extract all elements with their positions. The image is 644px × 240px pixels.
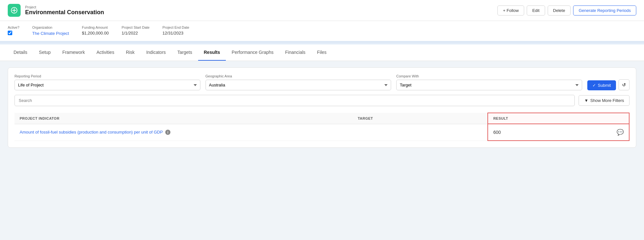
funding-field: Funding Amount $1,200,000.00 — [82, 25, 109, 35]
submit-label: Submit — [598, 83, 611, 88]
tab-setup[interactable]: Setup — [33, 45, 57, 61]
tabs-nav: Details Setup Framework Activities Risk … — [0, 45, 644, 61]
project-label: Project — [25, 5, 104, 9]
reporting-period-select[interactable]: Life of Project Q1 2022 Q2 2022 Q3 2022 … — [14, 80, 200, 90]
tab-performance-graphs[interactable]: Performance Graphs — [226, 45, 279, 61]
indicator-link[interactable]: Amount of fossil-fuel subsidies (product… — [20, 130, 163, 135]
search-input[interactable] — [14, 95, 575, 106]
table-header-row: PROJECT INDICATOR TARGET RESULT — [14, 113, 629, 124]
start-date-field: Project Start Date 1/1/2022 — [121, 25, 149, 35]
reporting-period-label: Reporting Period — [14, 74, 200, 78]
submit-button[interactable]: ✓ Submit — [587, 80, 616, 90]
comment-icon[interactable]: 💬 — [617, 129, 624, 136]
end-date-field: Project End Date 12/31/2023 — [162, 25, 189, 35]
active-checkbox[interactable] — [8, 31, 12, 35]
page-header: Project Environmental Conservation + Fol… — [0, 0, 644, 21]
tab-risk[interactable]: Risk — [120, 45, 140, 61]
active-checkbox-wrap — [8, 31, 19, 35]
show-more-filters-button[interactable]: ▼ Show More Filters — [579, 95, 630, 106]
col-header-target: TARGET — [352, 113, 488, 124]
start-date-value: 1/1/2022 — [121, 31, 149, 35]
result-number: 600 — [493, 130, 501, 135]
project-title-block: Project Environmental Conservation — [25, 5, 104, 16]
tab-targets[interactable]: Targets — [172, 45, 198, 61]
tab-financials[interactable]: Financials — [279, 45, 311, 61]
info-icon[interactable]: i — [165, 130, 170, 135]
geographic-area-label: Geographic Area — [206, 74, 391, 78]
org-field: Organization The Climate Project — [32, 25, 69, 36]
tab-files[interactable]: Files — [311, 45, 332, 61]
tab-results[interactable]: Results — [198, 45, 226, 61]
table-row: Amount of fossil-fuel subsidies (product… — [14, 124, 629, 141]
search-input-wrap — [14, 95, 575, 106]
generate-reporting-periods-button[interactable]: Generate Reporting Periods — [573, 5, 636, 15]
filter-funnel-icon: ▼ — [584, 98, 588, 103]
delete-button[interactable]: Delete — [548, 5, 571, 15]
tab-framework[interactable]: Framework — [56, 45, 91, 61]
col-header-result: RESULT — [488, 113, 629, 124]
meta-bar: Active? Organization The Climate Project… — [0, 21, 644, 42]
geographic-area-select[interactable]: Australia Global Asia Pacific Europe — [206, 80, 391, 90]
header-left: Project Environmental Conservation — [8, 4, 104, 17]
funding-value: $1,200,000.00 — [82, 31, 109, 35]
refresh-button[interactable]: ↺ — [619, 79, 630, 90]
target-cell — [352, 124, 488, 141]
project-title: Environmental Conservation — [25, 9, 104, 16]
end-date-label: Project End Date — [162, 25, 189, 29]
org-label: Organization — [32, 25, 69, 29]
edit-button[interactable]: Edit — [527, 5, 545, 15]
follow-button[interactable]: + Follow — [497, 5, 524, 15]
search-row: ▼ Show More Filters — [14, 95, 630, 106]
reporting-period-group: Reporting Period Life of Project Q1 2022… — [14, 74, 200, 90]
result-cell: 600 💬 — [488, 124, 629, 141]
compare-with-group: Compare With Target Baseline Previous Pe… — [396, 74, 582, 90]
org-link[interactable]: The Climate Project — [32, 31, 69, 36]
filter-actions: ✓ Submit ↺ — [587, 79, 630, 90]
project-icon — [8, 4, 21, 17]
wavy-divider — [0, 42, 644, 45]
header-actions: + Follow Edit Delete Generate Reporting … — [497, 5, 636, 15]
results-card: Reporting Period Life of Project Q1 2022… — [8, 67, 636, 148]
end-date-value: 12/31/2023 — [162, 31, 189, 35]
col-header-indicator: PROJECT INDICATOR — [14, 113, 352, 124]
tab-indicators[interactable]: Indicators — [140, 45, 172, 61]
main-content: Reporting Period Life of Project Q1 2022… — [0, 61, 644, 190]
geographic-area-group: Geographic Area Australia Global Asia Pa… — [206, 74, 391, 90]
funding-label: Funding Amount — [82, 25, 109, 29]
compare-with-select[interactable]: Target Baseline Previous Period — [396, 80, 582, 90]
filters-row: Reporting Period Life of Project Q1 2022… — [14, 74, 630, 90]
results-table: PROJECT INDICATOR TARGET RESULT Amount o… — [14, 113, 630, 141]
compare-with-label: Compare With — [396, 74, 582, 78]
indicator-cell: Amount of fossil-fuel subsidies (product… — [14, 124, 352, 141]
tab-activities[interactable]: Activities — [91, 45, 120, 61]
tab-details[interactable]: Details — [8, 45, 33, 61]
active-label: Active? — [8, 25, 19, 29]
refresh-icon: ↺ — [622, 82, 626, 87]
active-field: Active? — [8, 25, 19, 35]
result-value-wrap: 600 💬 — [493, 129, 624, 136]
show-more-filters-label: Show More Filters — [590, 98, 624, 103]
start-date-label: Project Start Date — [121, 25, 149, 29]
submit-checkmark-icon: ✓ — [592, 83, 596, 88]
